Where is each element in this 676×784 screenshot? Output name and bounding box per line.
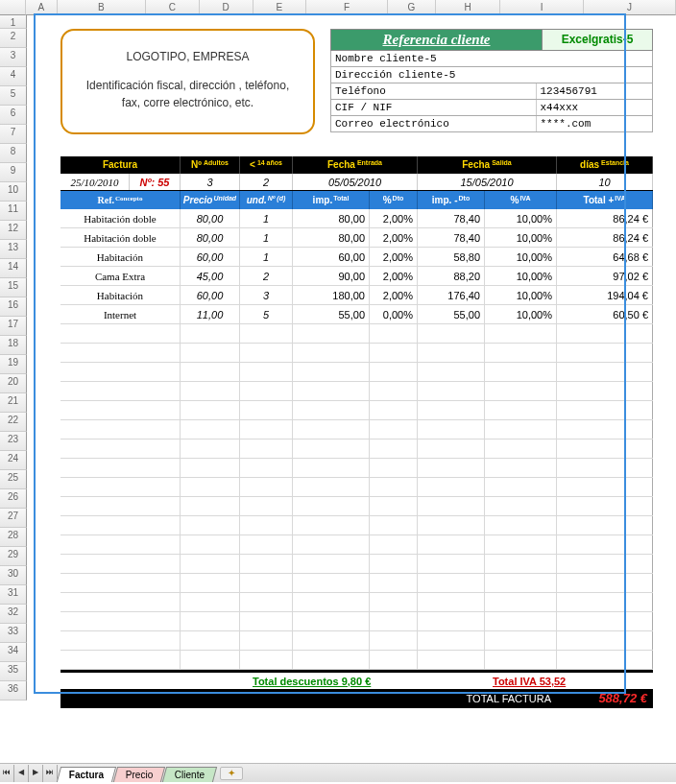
cell-empty[interactable] [485, 497, 557, 515]
cell-empty[interactable] [485, 324, 557, 343]
cell-impdto[interactable]: 78,40 [418, 209, 485, 227]
cell-empty[interactable] [240, 631, 293, 650]
cell-dto[interactable]: 0,00% [370, 305, 418, 323]
cell-empty[interactable] [60, 440, 181, 458]
cell-empty[interactable] [181, 555, 240, 573]
cell-empty[interactable] [370, 631, 418, 650]
cell-impdto[interactable]: 78,40 [418, 228, 485, 247]
cell-empty[interactable] [60, 344, 181, 362]
cell-concept[interactable]: Internet [60, 305, 181, 323]
tab-factura[interactable]: Factura [57, 767, 116, 782]
cell-empty[interactable] [370, 324, 418, 343]
cell-imp[interactable]: 90,00 [293, 267, 370, 285]
cell-empty[interactable] [370, 420, 418, 439]
cell-empty[interactable] [557, 593, 653, 611]
col-c[interactable]: C [146, 0, 200, 15]
col-b[interactable]: B [58, 0, 146, 15]
row-34[interactable]: 34 [0, 643, 27, 662]
cell-empty[interactable] [418, 574, 485, 592]
cell-concept[interactable]: Habitación [60, 286, 181, 304]
cell-empty[interactable] [557, 497, 653, 515]
row-14[interactable]: 14 [0, 259, 27, 278]
val-entrada[interactable]: 05/05/2010 [293, 174, 418, 190]
col-d[interactable]: D [200, 0, 254, 15]
cell-empty[interactable] [60, 535, 181, 554]
cell-empty[interactable] [60, 459, 181, 477]
cell-empty[interactable] [240, 535, 293, 554]
cell-empty[interactable] [557, 363, 653, 381]
nav-first[interactable]: ⏮ [0, 765, 14, 782]
cell-concept[interactable]: Habitación [60, 248, 181, 266]
cell-empty[interactable] [181, 324, 240, 343]
cell-empty[interactable] [485, 459, 557, 477]
cell-concept[interactable]: Habitación doble [60, 209, 181, 227]
cell-empty[interactable] [370, 574, 418, 592]
cell-iva[interactable]: 10,00% [485, 228, 557, 247]
cell-empty[interactable] [557, 574, 653, 592]
cell-empty[interactable] [240, 324, 293, 343]
cell-empty[interactable] [370, 440, 418, 458]
cell-imp[interactable]: 180,00 [293, 286, 370, 304]
cell-precio[interactable]: 80,00 [181, 228, 240, 247]
nav-prev[interactable]: ◀ [14, 765, 29, 782]
cell-empty[interactable] [60, 401, 181, 419]
row-4[interactable]: 4 [0, 67, 27, 86]
col-e[interactable]: E [254, 0, 307, 15]
cell-empty[interactable] [293, 555, 370, 573]
client-value[interactable]: x44xxx [537, 100, 652, 115]
row-24[interactable]: 24 [0, 451, 27, 470]
cell-empty[interactable] [181, 420, 240, 439]
cell-empty[interactable] [418, 440, 485, 458]
cell-empty[interactable] [418, 324, 485, 343]
cell-empty[interactable] [485, 631, 557, 650]
row-12[interactable]: 12 [0, 221, 27, 240]
cell-empty[interactable] [181, 401, 240, 419]
cell-empty[interactable] [181, 478, 240, 496]
cell-imp[interactable]: 55,00 [293, 305, 370, 323]
row-20[interactable]: 20 [0, 374, 27, 393]
cell-empty[interactable] [181, 344, 240, 362]
cell-total[interactable]: 194,04 € [557, 286, 653, 304]
cell-empty[interactable] [293, 612, 370, 630]
cell-dto[interactable]: 2,00% [370, 267, 418, 285]
cell-empty[interactable] [557, 516, 653, 535]
cell-empty[interactable] [557, 631, 653, 650]
cell-empty[interactable] [418, 651, 485, 669]
cell-empty[interactable] [293, 440, 370, 458]
cell-impdto[interactable]: 55,00 [418, 305, 485, 323]
row-32[interactable]: 32 [0, 605, 27, 624]
cell-und[interactable]: 1 [240, 209, 293, 227]
row-28[interactable]: 28 [0, 528, 27, 547]
cell-empty[interactable] [485, 344, 557, 362]
cell-empty[interactable] [293, 478, 370, 496]
cell-und[interactable]: 1 [240, 228, 293, 247]
cell-impdto[interactable]: 176,40 [418, 286, 485, 304]
cell-empty[interactable] [485, 420, 557, 439]
cell-empty[interactable] [370, 459, 418, 477]
nav-next[interactable]: ▶ [29, 765, 43, 782]
cell-empty[interactable] [370, 363, 418, 381]
cell-iva[interactable]: 10,00% [485, 209, 557, 227]
cell-concept[interactable]: Habitación doble [60, 228, 181, 247]
col-i[interactable]: I [500, 0, 584, 15]
cell-und[interactable]: 1 [240, 248, 293, 266]
row-15[interactable]: 15 [0, 278, 27, 297]
cell-empty[interactable] [370, 612, 418, 630]
cell-empty[interactable] [240, 574, 293, 592]
cell-empty[interactable] [370, 535, 418, 554]
cell-empty[interactable] [240, 363, 293, 381]
cell-empty[interactable] [557, 478, 653, 496]
cell-empty[interactable] [293, 574, 370, 592]
cell-dto[interactable]: 2,00% [370, 228, 418, 247]
cell-empty[interactable] [485, 593, 557, 611]
val-adultos[interactable]: 3 [181, 174, 240, 190]
cell-precio[interactable]: 60,00 [181, 286, 240, 304]
cell-empty[interactable] [60, 382, 181, 400]
cell-empty[interactable] [418, 535, 485, 554]
cell-empty[interactable] [181, 516, 240, 535]
cell-empty[interactable] [485, 574, 557, 592]
cell-empty[interactable] [557, 459, 653, 477]
cell-empty[interactable] [240, 516, 293, 535]
cell-empty[interactable] [240, 382, 293, 400]
tab-cliente[interactable]: Cliente [162, 767, 217, 782]
